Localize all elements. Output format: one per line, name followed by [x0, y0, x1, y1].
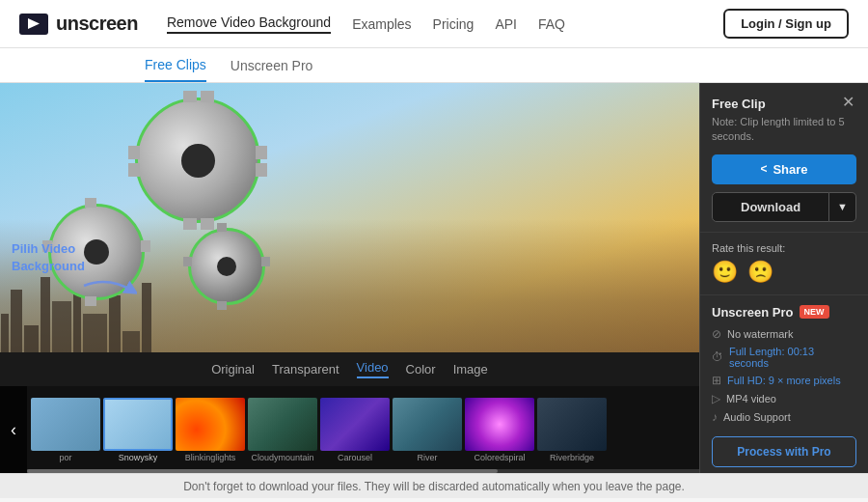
pro-section: Unscreen Pro NEW ⊘ No watermark ⏱ Full L…: [700, 295, 868, 477]
list-item[interactable]: Carousel: [320, 398, 390, 462]
video-area: Pilih Video Background Original Transpar…: [0, 83, 699, 473]
svg-marker-0: [28, 18, 40, 29]
pro-title-text: Unscreen Pro: [712, 305, 794, 320]
close-button[interactable]: ✕: [836, 91, 860, 113]
logo-text: unscreen: [56, 13, 138, 35]
list-item[interactable]: River: [393, 398, 462, 462]
list-item[interactable]: por: [31, 398, 100, 462]
feature-label: Full HD: 9 × more pixels: [727, 375, 841, 386]
feature-full-hd: ⊞ Full HD: 9 × more pixels: [712, 374, 856, 387]
feature-label: Audio Support: [723, 411, 791, 423]
feature-audio: ♪ Audio Support: [712, 410, 856, 424]
process-pro-button[interactable]: Process with Pro: [712, 436, 856, 467]
sad-face[interactable]: 🙁: [747, 260, 773, 285]
nav-faq[interactable]: FAQ: [538, 16, 565, 32]
download-button[interactable]: Download: [712, 192, 829, 222]
thumbs-container: por Snowysky Blinkinglights Cloudymounta…: [27, 390, 699, 470]
view-tabs: Original Transparent Video Color Image: [0, 352, 699, 386]
nav-pricing[interactable]: Pricing: [433, 16, 475, 32]
list-item[interactable]: Blinkinglights: [176, 398, 245, 462]
list-item[interactable]: Snowysky: [103, 398, 173, 462]
rate-faces: 🙂 🙁: [712, 260, 856, 285]
list-item[interactable]: Cloudymountain: [248, 398, 317, 462]
main-area: Pilih Video Background Original Transpar…: [0, 83, 868, 473]
feature-mp4: ▷ MP4 video: [712, 392, 856, 405]
pro-title-row: Unscreen Pro NEW: [712, 305, 856, 320]
video-icon: ▷: [712, 392, 720, 405]
list-item[interactable]: Coloredspiral: [465, 398, 534, 462]
bottom-notice: Don't forget to download your files. The…: [0, 473, 868, 498]
free-clip-note: Note: Clip length limited to 5 seconds.: [712, 115, 856, 145]
nav-api[interactable]: API: [495, 16, 517, 32]
tab-image[interactable]: Image: [453, 362, 488, 376]
clock-icon: ⏱: [712, 350, 723, 364]
hd-icon: ⊞: [712, 374, 721, 387]
tab-transparent[interactable]: Transparent: [272, 362, 339, 376]
list-item[interactable]: Riverbridge: [537, 398, 607, 462]
feature-label: MP4 video: [726, 393, 776, 404]
bottom-notice-text: Don't forget to download your files. The…: [183, 480, 685, 493]
subnav-free-clips[interactable]: Free Clips: [145, 48, 206, 82]
video-frame: Pilih Video Background: [0, 83, 699, 386]
share-label: Share: [773, 162, 807, 177]
new-badge: NEW: [800, 305, 829, 319]
happy-face[interactable]: 🙂: [712, 260, 738, 285]
nav-remove-bg[interactable]: Remove Video Background: [167, 14, 331, 34]
share-icon: <: [760, 162, 767, 176]
feature-no-watermark: ⊘ No watermark: [712, 327, 856, 341]
feature-label: No watermark: [727, 328, 793, 340]
side-panel: ✕ Free Clip Note: Clip length limited to…: [699, 83, 868, 473]
rate-section: Rate this result: 🙂 🙁: [700, 233, 868, 295]
rate-label: Rate this result:: [712, 242, 856, 254]
nav-examples[interactable]: Examples: [352, 16, 411, 32]
download-row: Download ▼: [712, 192, 856, 222]
scrollbar[interactable]: [27, 469, 699, 473]
logo-icon: [19, 14, 48, 35]
header: unscreen Remove Video Background Example…: [0, 0, 868, 48]
subnav-pro[interactable]: Unscreen Pro: [231, 48, 313, 82]
tab-video[interactable]: Video: [357, 360, 389, 378]
watermark-icon: ⊘: [712, 327, 721, 341]
tab-original[interactable]: Original: [211, 362, 255, 376]
thumbnails-strip: ‹ por Snowysky Blinkinglights Cloudymoun…: [0, 386, 699, 473]
download-arrow-button[interactable]: ▼: [829, 192, 856, 222]
free-clip-title: Free Clip: [712, 97, 856, 111]
audio-icon: ♪: [712, 410, 718, 424]
tab-color[interactable]: Color: [406, 362, 436, 376]
feature-full-length: ⏱ Full Length: 00:13 seconds: [712, 346, 856, 369]
pilih-arrow: [79, 271, 137, 300]
logo: unscreen: [19, 13, 138, 35]
share-button[interactable]: < Share: [712, 154, 856, 184]
main-nav: Remove Video Background Examples Pricing…: [167, 14, 723, 34]
login-button[interactable]: Login / Sign up: [723, 9, 849, 39]
subnav: Free Clips Unscreen Pro: [0, 48, 868, 83]
thumb-prev[interactable]: ‹: [0, 386, 27, 473]
feature-label: Full Length: 00:13 seconds: [729, 346, 856, 369]
